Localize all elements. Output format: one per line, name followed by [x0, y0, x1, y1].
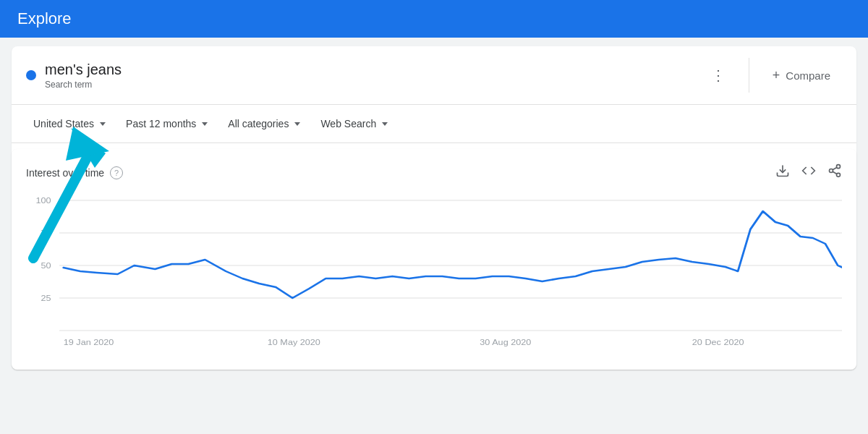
search-type-chevron-icon — [382, 122, 388, 126]
svg-text:10 May 2020: 10 May 2020 — [268, 338, 321, 347]
help-icon[interactable]: ? — [110, 166, 123, 179]
time-filter-label: Past 12 months — [126, 118, 196, 129]
compare-plus-icon: + — [773, 68, 780, 83]
app-header: Explore — [0, 0, 868, 38]
svg-text:20 Dec 2020: 20 Dec 2020 — [692, 338, 744, 347]
search-term-info: men's jeans Search term — [45, 61, 705, 90]
svg-point-3 — [837, 173, 841, 176]
share-button[interactable] — [827, 163, 842, 182]
search-term-type-label: Search term — [45, 80, 705, 90]
svg-text:19 Jan 2020: 19 Jan 2020 — [64, 338, 114, 347]
svg-text:100: 100 — [35, 196, 51, 205]
app-title: Explore — [17, 9, 72, 28]
filters-row: United States Past 12 months All categor… — [12, 105, 856, 143]
chart-section: Interest over time ? — [12, 149, 856, 370]
region-chevron-icon — [100, 122, 106, 126]
category-chevron-icon — [294, 122, 300, 126]
svg-line-4 — [833, 171, 837, 174]
chart-title: Interest over time — [26, 167, 104, 179]
chart-title-group: Interest over time ? — [26, 166, 123, 179]
svg-text:25: 25 — [41, 294, 51, 303]
download-button[interactable] — [775, 163, 790, 182]
compare-button[interactable]: + Compare — [761, 62, 842, 89]
region-filter-button[interactable]: United States — [26, 114, 113, 134]
region-filter-label: United States — [33, 118, 94, 129]
svg-text:75: 75 — [41, 229, 51, 238]
svg-point-1 — [837, 165, 841, 169]
vertical-divider — [749, 58, 749, 93]
search-term-row: men's jeans Search term ⋮ + Compare — [12, 46, 856, 105]
svg-text:50: 50 — [41, 261, 51, 271]
more-options-button[interactable]: ⋮ — [705, 61, 731, 90]
main-card: men's jeans Search term ⋮ + Compare Unit… — [12, 46, 856, 370]
embed-button[interactable] — [801, 163, 816, 182]
search-term-name: men's jeans — [45, 61, 705, 78]
search-dot-indicator — [26, 70, 36, 80]
category-filter-label: All categories — [228, 118, 289, 129]
svg-line-5 — [833, 167, 837, 169]
main-content: men's jeans Search term ⋮ + Compare Unit… — [0, 46, 868, 370]
category-filter-button[interactable]: All categories — [221, 114, 307, 134]
search-type-label: Web Search — [320, 118, 376, 129]
svg-point-2 — [830, 169, 833, 173]
compare-button-label: Compare — [786, 69, 830, 82]
chart-actions — [775, 163, 842, 182]
time-filter-button[interactable]: Past 12 months — [119, 114, 215, 134]
time-chevron-icon — [202, 122, 208, 126]
search-type-filter-button[interactable]: Web Search — [313, 114, 395, 134]
svg-text:30 Aug 2020: 30 Aug 2020 — [480, 338, 531, 347]
chart-header: Interest over time ? — [26, 163, 842, 182]
chart-wrapper: 100 75 50 25 19 Jan 2020 10 May 2020 30 … — [26, 193, 842, 355]
interest-chart: 100 75 50 25 19 Jan 2020 10 May 2020 30 … — [26, 193, 842, 352]
